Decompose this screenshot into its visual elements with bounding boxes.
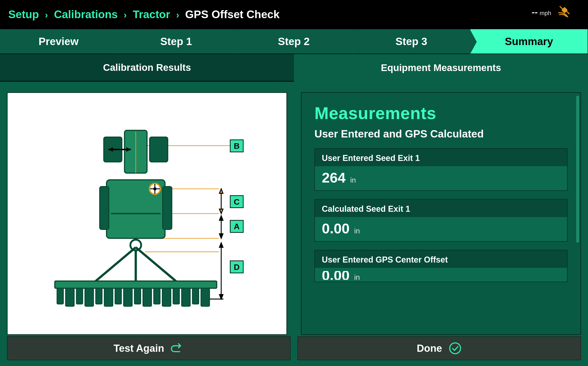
svg-line-2 [566,11,569,14]
tab-label: Calibration Results [103,62,191,73]
svg-rect-46 [162,288,171,306]
step-2[interactable]: Step 2 [235,29,353,53]
measure-value: 264 [322,169,346,186]
svg-rect-0 [562,8,567,13]
button-label: Done [417,343,442,354]
breadcrumb-separator: › [45,10,48,20]
measure-card-user-seed-exit-1[interactable]: User Entered Seed Exit 1 264 in [315,148,567,191]
svg-marker-9 [219,189,223,193]
svg-rect-47 [173,288,179,304]
step-1[interactable]: Step 1 [118,29,235,53]
content-left: B C A D [0,82,294,335]
section-tabs: Calibration Results Equipment Measuremen… [0,54,588,82]
svg-rect-38 [85,288,94,306]
svg-rect-39 [96,288,102,304]
svg-marker-16 [219,295,223,299]
measure-label: Calculated Seed Exit 1 [315,199,567,217]
svg-marker-12 [219,216,223,221]
svg-rect-35 [57,288,63,304]
measure-card-calc-seed-exit-1[interactable]: Calculated Seed Exit 1 0.00 in [315,199,567,242]
measurements-title: Measurements [315,103,567,123]
svg-rect-43 [135,288,141,304]
checkmark-circle-icon [448,342,462,355]
svg-rect-34 [55,281,217,288]
svg-text:A: A [234,222,240,231]
speed-value: -- [532,7,538,17]
svg-marker-15 [219,243,223,247]
diagram-badge-c: C [230,196,243,208]
measure-label: User Entered GPS Center Offset [315,250,567,268]
svg-rect-49 [192,288,199,304]
svg-marker-13 [219,234,223,238]
svg-text:D: D [234,263,240,272]
step-label: Step 3 [396,35,427,48]
svg-line-1 [560,7,563,9]
svg-rect-50 [201,288,209,306]
satellite-icon [557,3,572,18]
diagram-badge-d: D [230,261,243,273]
svg-rect-41 [115,288,121,304]
tab-label: Equipment Measurements [381,62,501,73]
tab-calibration-results[interactable]: Calibration Results [0,54,294,82]
measure-value: 0.00 [322,220,350,236]
footer: Test Again Done [0,335,588,366]
svg-rect-37 [76,288,83,304]
measure-unit: in [354,227,360,235]
step-label: Step 1 [160,35,192,48]
breadcrumb: Setup › Calibrations › Tractor › GPS Off… [8,8,279,21]
step-label: Preview [39,35,79,48]
svg-rect-45 [154,288,160,304]
step-preview[interactable]: Preview [0,29,118,53]
breadcrumb-setup[interactable]: Setup [8,8,39,21]
content-area: B C A D [0,82,588,335]
svg-rect-42 [124,288,132,306]
measure-value: 0.00 [322,271,350,280]
svg-rect-40 [104,288,113,306]
measurements-panel: Measurements User Entered and GPS Calcul… [301,92,581,335]
replay-icon [171,342,184,355]
measure-unit: in [350,176,356,184]
svg-rect-44 [143,288,151,306]
svg-point-33 [130,240,141,250]
tab-equipment-measurements[interactable]: Equipment Measurements [294,54,588,82]
svg-rect-26 [100,187,109,229]
measure-card-user-gps-center-offset[interactable]: User Entered GPS Center Offset 0.00 in [315,250,567,282]
speed-unit: mph [540,10,551,17]
svg-rect-36 [66,288,74,306]
scrollbar[interactable] [576,96,579,243]
test-again-button[interactable]: Test Again [7,336,291,360]
row-units [57,288,209,306]
done-button[interactable]: Done [297,336,581,360]
tractor-diagram-svg: B C A D [8,93,286,334]
measure-unit: in [354,273,360,282]
step-summary[interactable]: Summary [470,29,588,53]
step-label: Step 2 [278,35,310,48]
measure-label: User Entered Seed Exit 1 [315,149,567,166]
measurements-subtitle: User Entered and GPS Calculated [315,128,567,140]
content-right: Measurements User Entered and GPS Calcul… [294,82,588,335]
breadcrumb-separator: › [176,10,179,20]
svg-text:C: C [234,197,240,206]
stepper: Preview Step 1 Step 2 Step 3 Summary [0,29,588,54]
diagram-badge-a: A [230,220,243,232]
svg-point-59 [450,343,460,354]
breadcrumb-calibrations[interactable]: Calibrations [54,8,118,21]
svg-rect-48 [181,288,190,306]
step-3[interactable]: Step 3 [353,29,471,53]
svg-text:B: B [234,141,240,150]
status-speed: -- mph [532,7,551,17]
top-bar: Setup › Calibrations › Tractor › GPS Off… [0,0,588,29]
svg-rect-20 [150,137,168,162]
breadcrumb-separator: › [124,10,127,20]
svg-marker-10 [219,209,223,214]
tractor-diagram: B C A D [7,92,287,335]
diagram-badge-b: B [230,140,243,152]
breadcrumb-tractor[interactable]: Tractor [133,8,170,21]
svg-rect-27 [163,187,172,229]
step-label: Summary [505,35,553,48]
breadcrumb-current: GPS Offset Check [185,8,279,21]
button-label: Test Again [113,343,164,354]
